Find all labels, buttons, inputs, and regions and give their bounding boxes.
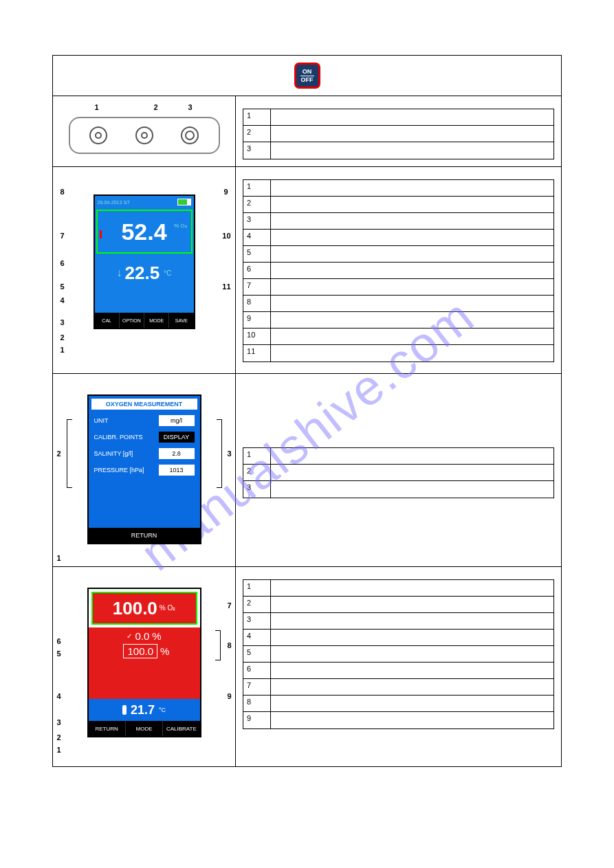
menu-value: DISPLAY: [159, 432, 195, 443]
jack-2: [135, 126, 153, 144]
cell-txt: [271, 197, 553, 212]
cell-txt: [271, 180, 553, 196]
cell-txt: [271, 126, 553, 142]
callout-9: 9: [227, 692, 231, 700]
section-jacks: 1 2 3 1 2 3: [53, 96, 561, 167]
table-row: 3: [243, 142, 553, 159]
cell-num: 3: [243, 613, 271, 629]
scr3-row1-value: 0.0: [135, 630, 149, 642]
cell-txt: [271, 312, 553, 328]
callout-4: 4: [57, 692, 61, 700]
cell-txt: [271, 142, 553, 159]
scr3-row2-value: 100.0: [123, 644, 157, 658]
jacks-diagram: 1 2 3: [69, 103, 220, 154]
fkey-save[interactable]: SAVE: [169, 313, 193, 328]
scr1-fkeys: CAL OPTION MODE SAVE: [95, 313, 194, 328]
scr3-temp-value: 21.7: [131, 703, 155, 717]
callout-6: 6: [61, 259, 65, 267]
menu-row[interactable]: CALIBR. POINTS DISPLAY: [89, 429, 200, 445]
cell-num: 1: [243, 580, 271, 596]
scr1-main-value: 52.4 % O₂: [96, 210, 193, 254]
cell-num: 5: [243, 246, 271, 262]
cell-txt: [271, 465, 553, 480]
callout-1: 1: [57, 554, 61, 562]
section-scr2: 2 3 1 OXYGEN MEASUREMENT UNIT mg/l CALIB…: [53, 374, 561, 567]
menu-row[interactable]: PRESSURE [hPa] 1013: [89, 462, 200, 478]
menu-row[interactable]: SALINITY [g/l] 2.8: [89, 445, 200, 462]
cell-txt: [271, 448, 553, 464]
cell-txt: [271, 630, 553, 645]
fkey-option[interactable]: OPTION: [120, 313, 144, 328]
fkey-return[interactable]: RETURN: [89, 721, 126, 736]
section-scr1: 8 7 6 5 4 3 2 1 9 10 11 28-04-2013 3/7: [53, 167, 561, 374]
scr2-return-button[interactable]: RETURN: [89, 528, 200, 543]
bracket-right: [215, 630, 221, 660]
cell-num: 7: [243, 679, 271, 695]
scr1-reading: 52.4: [121, 219, 166, 245]
onoff-on: ON: [303, 69, 312, 75]
scr3-mid: ✓ 0.0 % 100.0 %: [89, 627, 200, 699]
cell-num: 2: [243, 126, 271, 142]
scr1-topbar: 28-04-2013 3/7: [95, 196, 194, 208]
scr3-top-band: 100.0 % O₂: [91, 592, 197, 625]
section-scr3: 6 5 4 3 2 1 7 8 9 100.0 % O₂: [53, 567, 561, 766]
document-frame: ON OFF 1 2 3: [52, 55, 562, 767]
cell-txt: [271, 663, 553, 678]
scr3-temp-unit: °C: [159, 706, 166, 713]
cell-num: 9: [243, 712, 271, 728]
menu-value: 1013: [159, 465, 195, 476]
cell-txt: [271, 597, 553, 612]
cell-txt: [271, 613, 553, 629]
arrow-down-icon: ↓: [117, 267, 122, 279]
cell-num: 4: [243, 230, 271, 245]
menu-row[interactable]: UNIT mg/l: [89, 412, 200, 429]
check-icon: [119, 647, 121, 655]
cell-txt: [271, 213, 553, 229]
cell-txt: [271, 279, 553, 295]
menu-value: mg/l: [159, 415, 195, 426]
callout-7: 7: [61, 232, 65, 240]
scr3-tempbar: 21.7 °C: [89, 699, 200, 721]
cell-num: 1: [243, 109, 271, 125]
cell-txt: [271, 329, 553, 344]
cell-num: 11: [243, 345, 271, 361]
callout-5: 5: [61, 282, 65, 291]
cell-num: 5: [243, 646, 271, 662]
scr3-row2-unit: %: [160, 645, 169, 657]
fkey-calibrate[interactable]: CALIBRATE: [163, 721, 199, 736]
scr1-table: 1 2 3 4 5 6 7 8 9 10 11: [243, 179, 554, 362]
scr3-fkeys: RETURN MODE CALIBRATE: [89, 721, 200, 736]
menu-label: CALIBR. POINTS: [94, 434, 143, 441]
cell-num: 9: [243, 312, 271, 328]
bracket-right: [217, 419, 222, 488]
section-onoff: ON OFF: [53, 56, 561, 96]
table-row: 1: [243, 109, 553, 126]
cell-txt: [271, 345, 553, 361]
cell-num: 3: [243, 213, 271, 229]
jack-1: [89, 126, 107, 144]
device-screen-2: OXYGEN MEASUREMENT UNIT mg/l CALIBR. POI…: [87, 394, 201, 544]
cell-num: 10: [243, 329, 271, 344]
cell-num: 8: [243, 695, 271, 711]
device-screen-1: 28-04-2013 3/7 52.4 % O₂ ↓ 22.5 °C: [94, 194, 195, 329]
fkey-mode[interactable]: MODE: [126, 721, 163, 736]
cell-txt: [271, 646, 553, 662]
battery-icon: [177, 199, 191, 205]
scr3-row1: ✓ 0.0 %: [127, 630, 161, 642]
scr2-title: OXYGEN MEASUREMENT: [91, 399, 197, 410]
scr1-temp: ↓ 22.5 °C: [95, 255, 194, 291]
scr3-row1-unit: %: [152, 630, 161, 642]
scr1-indicator: [100, 230, 102, 238]
menu-value: 2.8: [159, 448, 195, 459]
onoff-button[interactable]: ON OFF: [294, 63, 320, 89]
fkey-cal[interactable]: CAL: [95, 313, 120, 328]
jack-3: [181, 126, 199, 144]
cell-num: 2: [243, 597, 271, 612]
cell-num: 7: [243, 279, 271, 295]
fkey-mode[interactable]: MODE: [144, 313, 169, 328]
callout-8: 8: [227, 641, 231, 649]
table-row: 2: [243, 126, 553, 142]
jacks-box: [69, 117, 220, 154]
cell-txt: [271, 246, 553, 262]
scr1-temp-unit: °C: [164, 269, 171, 277]
